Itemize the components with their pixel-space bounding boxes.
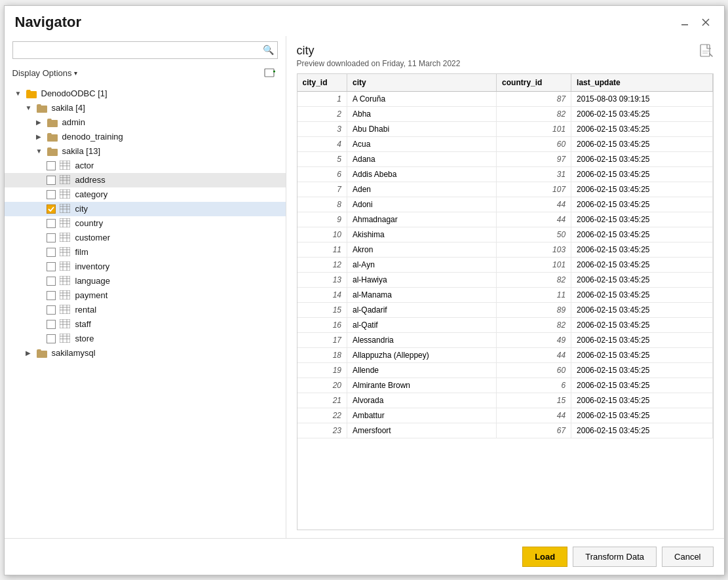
cell-city-id: 4 (297, 136, 347, 151)
checkbox-city[interactable] (47, 204, 56, 214)
expander-denodo-training: ▶ (36, 133, 47, 140)
checkbox-address[interactable] (47, 176, 56, 185)
table-row: 6Addis Abeba312006-02-15 03:45:25 (297, 166, 713, 182)
data-table-container[interactable]: city_id city country_id last_update 1A C… (297, 73, 714, 530)
table-row: 7Aden1072006-02-15 03:45:25 (297, 182, 713, 197)
table-icon-city (60, 204, 73, 214)
transform-data-button[interactable]: Transform Data (573, 547, 657, 567)
preview-title: city (297, 44, 461, 58)
tree-item-sakilamysql[interactable]: ▶ sakilamysql (5, 346, 286, 360)
svg-rect-56 (60, 305, 70, 314)
cell-country-id: 82 (497, 272, 571, 287)
data-table: city_id city country_id last_update 1A C… (297, 74, 713, 438)
cell-country-id: 97 (497, 151, 571, 166)
tree-item-store[interactable]: store (5, 332, 286, 346)
svg-rect-71 (700, 45, 710, 56)
cell-city-name: Adana (347, 151, 497, 166)
table-icon-film (60, 247, 73, 258)
load-button[interactable]: Load (522, 547, 567, 567)
table-icon-category (60, 189, 73, 200)
minimize-button[interactable] (677, 14, 693, 30)
cell-city-id: 8 (297, 197, 347, 212)
cell-city-name: Aden (347, 182, 497, 197)
table-row: 12al-Ayn1012006-02-15 03:45:25 (297, 257, 713, 272)
svg-rect-36 (60, 247, 70, 256)
dialog-title: Navigator (15, 14, 81, 31)
cell-last-update: 2006-02-15 03:45:25 (571, 182, 712, 197)
folder-icon-sakilamysql (36, 348, 49, 358)
cell-city-name: Allappuzha (Alleppey) (347, 347, 497, 362)
cell-last-update: 2006-02-15 03:45:25 (571, 121, 712, 136)
svg-rect-21 (60, 204, 70, 213)
tree-item-city[interactable]: city (5, 202, 286, 216)
svg-rect-51 (60, 290, 70, 300)
preview-info: city Preview downloaded on Friday, 11 Ma… (297, 44, 461, 68)
table-row: 15al-Qadarif892006-02-15 03:45:25 (297, 302, 713, 317)
cell-country-id: 82 (497, 106, 571, 121)
cell-city-name: Allende (347, 362, 497, 377)
cell-city-name: Amersfoort (347, 423, 497, 438)
tree-item-sakila13[interactable]: ▼ sakila [13] (5, 144, 286, 159)
checkbox-staff[interactable] (47, 320, 56, 329)
checkbox-payment[interactable] (47, 291, 56, 300)
right-panel: city Preview downloaded on Friday, 11 Ma… (286, 36, 724, 538)
cell-last-update: 2006-02-15 03:45:25 (571, 151, 712, 166)
checkbox-store[interactable] (47, 334, 56, 343)
cell-city-id: 2 (297, 106, 347, 121)
checkbox-inventory[interactable] (47, 262, 56, 271)
tree-label-admin: admin (62, 117, 85, 127)
close-button[interactable] (698, 14, 714, 30)
tree-item-actor[interactable]: actor (5, 159, 286, 173)
cell-last-update: 2006-02-15 03:45:25 (571, 106, 712, 121)
checkbox-language[interactable] (47, 277, 56, 286)
svg-rect-61 (60, 319, 70, 328)
tree-item-denodo-training[interactable]: ▶ denodo_training (5, 130, 286, 144)
cell-last-update: 2006-02-15 03:45:25 (571, 272, 712, 287)
tree-item-denodoodbc[interactable]: ▼ DenodoODBC [1] (5, 87, 286, 101)
table-row: 23Amersfoort672006-02-15 03:45:25 (297, 423, 713, 438)
table-row: 4Acua602006-02-15 03:45:25 (297, 136, 713, 151)
folder-icon-denodo-training (47, 132, 60, 142)
cell-city-name: Ahmadnagar (347, 212, 497, 227)
tree-item-staff[interactable]: staff (5, 317, 286, 332)
tree-item-payment[interactable]: payment (5, 288, 286, 303)
tree-item-film[interactable]: film (5, 245, 286, 260)
tree-area[interactable]: ▼ DenodoODBC [1] ▼ sakila [4] ▶ (5, 87, 286, 538)
display-options-button[interactable]: Display Options ▾ (12, 68, 77, 78)
cell-last-update: 2006-02-15 03:45:25 (571, 423, 712, 438)
checkbox-rental[interactable] (47, 305, 56, 315)
tree-item-sakila[interactable]: ▼ sakila [4] (5, 101, 286, 115)
cell-last-update: 2006-02-15 03:45:25 (571, 408, 712, 423)
cell-country-id: 44 (497, 347, 571, 362)
tree-item-language[interactable]: language (5, 274, 286, 288)
table-row: 17Alessandria492006-02-15 03:45:25 (297, 332, 713, 347)
tree-item-inventory[interactable]: inventory (5, 260, 286, 274)
table-row: 14al-Manama112006-02-15 03:45:25 (297, 287, 713, 302)
tree-item-country[interactable]: country (5, 216, 286, 231)
cell-last-update: 2006-02-15 03:45:25 (571, 393, 712, 408)
checkbox-category[interactable] (47, 190, 56, 199)
cell-city-id: 23 (297, 423, 347, 438)
cell-city-id: 20 (297, 377, 347, 393)
preview-document-icon[interactable] (699, 44, 714, 63)
tree-label-sakila: sakila [4] (52, 103, 85, 113)
cell-last-update: 2006-02-15 03:45:25 (571, 317, 712, 332)
tree-item-customer[interactable]: customer (5, 231, 286, 245)
search-input[interactable] (12, 41, 278, 59)
tree-item-admin[interactable]: ▶ admin (5, 115, 286, 130)
tree-label-staff: staff (75, 319, 91, 329)
table-icon-country (60, 218, 73, 229)
checkbox-country[interactable] (47, 219, 56, 228)
tree-item-rental[interactable]: rental (5, 303, 286, 317)
tree-item-address[interactable]: address (5, 173, 286, 187)
checkbox-customer[interactable] (47, 233, 56, 242)
folder-icon-sakila13 (47, 146, 60, 157)
checkbox-film[interactable] (47, 248, 56, 257)
cancel-button[interactable]: Cancel (662, 547, 713, 567)
add-items-button[interactable] (262, 66, 278, 81)
cell-last-update: 2006-02-15 03:45:25 (571, 332, 712, 347)
cell-city-id: 5 (297, 151, 347, 166)
checkbox-actor[interactable] (47, 161, 56, 170)
tree-item-category[interactable]: category (5, 187, 286, 202)
cell-last-update: 2006-02-15 03:45:25 (571, 136, 712, 151)
